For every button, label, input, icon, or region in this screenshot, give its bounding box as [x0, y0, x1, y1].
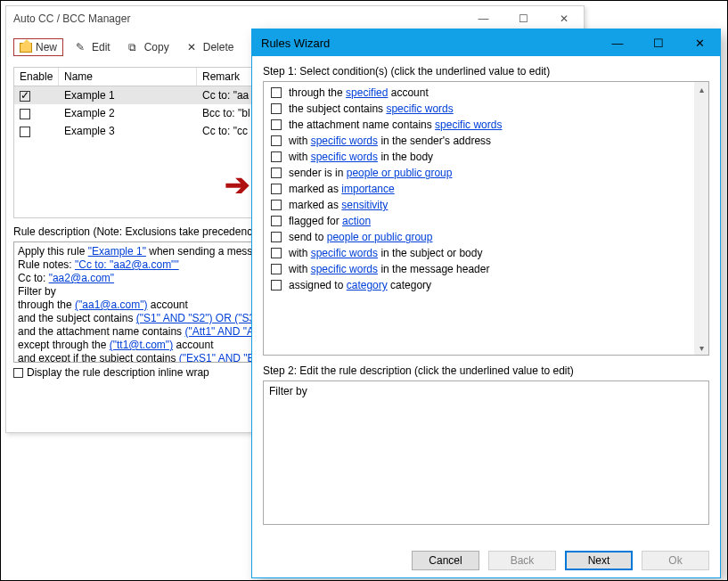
- condition-checkbox[interactable]: [271, 184, 282, 194]
- attachment-link[interactable]: ("Att1" AND "At: [184, 325, 257, 338]
- enable-checkbox[interactable]: [20, 109, 30, 119]
- envelope-icon: [20, 43, 32, 53]
- row-name: Example 3: [59, 123, 197, 139]
- condition-row[interactable]: marked as importance: [264, 181, 708, 197]
- edit-button[interactable]: ✎Edit: [70, 39, 116, 55]
- condition-text: with specific words in the sender's addr…: [289, 135, 491, 147]
- inline-wrap-checkbox[interactable]: [13, 368, 23, 378]
- condition-link[interactable]: specific words: [311, 151, 378, 163]
- except-account-link[interactable]: ("tt1@t.com"): [110, 339, 173, 351]
- scroll-up-icon[interactable]: ▴: [694, 82, 708, 96]
- maximize-button[interactable]: ☐: [503, 6, 544, 31]
- row-name: Example 1: [59, 87, 197, 103]
- cancel-button[interactable]: Cancel: [412, 551, 479, 570]
- condition-link[interactable]: specific words: [435, 119, 502, 131]
- condition-text: through the specified account: [289, 86, 429, 99]
- condition-row[interactable]: with specific words in the message heade…: [264, 261, 708, 277]
- condition-checkbox[interactable]: [271, 103, 282, 114]
- condition-text: the attachment name contains specific wo…: [289, 119, 502, 131]
- condition-checkbox[interactable]: [271, 248, 282, 258]
- back-button: Back: [488, 551, 556, 570]
- new-label: New: [36, 41, 57, 53]
- cc-link[interactable]: "aa2@a.com": [49, 272, 114, 284]
- copy-label: Copy: [144, 41, 169, 53]
- condition-row[interactable]: with specific words in the subject or bo…: [264, 245, 708, 261]
- condition-row[interactable]: the attachment name contains specific wo…: [264, 117, 708, 133]
- condition-link[interactable]: sensitivity: [341, 199, 388, 211]
- condition-link[interactable]: specific words: [311, 247, 378, 259]
- condition-link[interactable]: action: [342, 215, 371, 227]
- edit-label: Edit: [92, 41, 110, 53]
- col-name[interactable]: Name: [59, 68, 197, 86]
- condition-row[interactable]: assigned to category category: [264, 277, 708, 293]
- rule-description-editor[interactable]: Filter by: [263, 381, 709, 525]
- condition-link[interactable]: importance: [341, 183, 394, 195]
- except-subject-link[interactable]: ("ExS1" AND "Ex: [179, 352, 260, 363]
- condition-checkbox[interactable]: [271, 216, 282, 226]
- condition-row[interactable]: through the specified account: [264, 85, 708, 101]
- subject-link[interactable]: ("S1" AND "S2") OR ("S3": [136, 312, 259, 324]
- step2-label: Step 2: Edit the rule description (click…: [263, 364, 709, 377]
- col-enable[interactable]: Enable: [14, 68, 59, 86]
- condition-row[interactable]: the subject contains specific words: [264, 101, 708, 117]
- condition-text: marked as importance: [289, 183, 395, 195]
- ok-button: Ok: [642, 551, 709, 570]
- condition-link[interactable]: specified: [346, 86, 388, 99]
- condition-link[interactable]: specific words: [386, 102, 453, 115]
- rule-name-link[interactable]: "Example 1": [88, 245, 146, 258]
- condition-checkbox[interactable]: [271, 151, 282, 162]
- new-button[interactable]: New: [13, 38, 63, 56]
- enable-checkbox[interactable]: [20, 127, 30, 137]
- condition-text: with specific words in the message heade…: [289, 263, 489, 275]
- condition-link[interactable]: people or public group: [327, 231, 433, 243]
- condition-row[interactable]: send to people or public group: [264, 229, 708, 245]
- copy-button[interactable]: ⧉Copy: [123, 39, 175, 55]
- condition-row[interactable]: sender is in people or public group: [264, 165, 708, 181]
- condition-checkbox[interactable]: [271, 280, 282, 290]
- row-name: Example 2: [59, 105, 197, 121]
- condition-text: sender is in people or public group: [289, 167, 452, 179]
- condition-row[interactable]: flagged for action: [264, 213, 708, 229]
- condition-checkbox[interactable]: [271, 200, 282, 210]
- condition-link[interactable]: specific words: [311, 263, 378, 275]
- step1-label: Step 1: Select condition(s) (click the u…: [263, 65, 709, 78]
- condition-text: the subject contains specific words: [289, 102, 454, 115]
- condition-row[interactable]: with specific words in the body: [264, 149, 708, 165]
- conditions-list[interactable]: through the specified accountthe subject…: [263, 81, 709, 356]
- condition-row[interactable]: with specific words in the sender's addr…: [264, 133, 708, 149]
- condition-link[interactable]: specific words: [311, 135, 378, 147]
- wizard-minimize-button[interactable]: —: [597, 29, 638, 56]
- condition-text: send to people or public group: [289, 231, 432, 243]
- condition-checkbox[interactable]: [271, 264, 282, 274]
- condition-text: flagged for action: [289, 215, 371, 227]
- condition-link[interactable]: people or public group: [347, 167, 453, 179]
- scroll-down-icon[interactable]: ▾: [694, 340, 708, 355]
- rule-notes-link[interactable]: "Cc to: "aa2@a.com"": [75, 258, 179, 271]
- next-button[interactable]: Next: [565, 551, 633, 570]
- rules-wizard-window: Rules Wizard — ☐ ✕ Step 1: Select condit…: [251, 29, 721, 578]
- condition-checkbox[interactable]: [271, 135, 282, 146]
- scrollbar[interactable]: ▴ ▾: [694, 82, 708, 355]
- condition-link[interactable]: category: [347, 279, 388, 291]
- minimize-button[interactable]: —: [463, 6, 503, 31]
- close-button[interactable]: ✕: [544, 6, 584, 31]
- wizard-maximize-button[interactable]: ☐: [638, 29, 679, 56]
- condition-row[interactable]: marked as sensitivity: [264, 197, 708, 213]
- delete-label: Delete: [203, 41, 234, 53]
- account-link[interactable]: ("aa1@a.com"): [75, 299, 147, 311]
- condition-checkbox[interactable]: [271, 168, 282, 178]
- condition-checkbox[interactable]: [271, 119, 282, 130]
- inline-wrap-label: Display the rule description inline wrap: [27, 366, 209, 379]
- condition-text: with specific words in the body: [289, 151, 433, 163]
- condition-checkbox[interactable]: [271, 87, 282, 98]
- condition-text: with specific words in the subject or bo…: [289, 247, 482, 259]
- copy-icon: ⧉: [128, 41, 141, 53]
- delete-button[interactable]: ✕Delete: [182, 39, 240, 55]
- condition-text: marked as sensitivity: [289, 199, 388, 211]
- enable-checkbox[interactable]: [20, 91, 30, 102]
- edit-icon: ✎: [76, 41, 88, 53]
- condition-text: assigned to category category: [289, 279, 431, 291]
- delete-icon: ✕: [187, 41, 200, 53]
- condition-checkbox[interactable]: [271, 232, 282, 242]
- wizard-close-button[interactable]: ✕: [679, 29, 720, 56]
